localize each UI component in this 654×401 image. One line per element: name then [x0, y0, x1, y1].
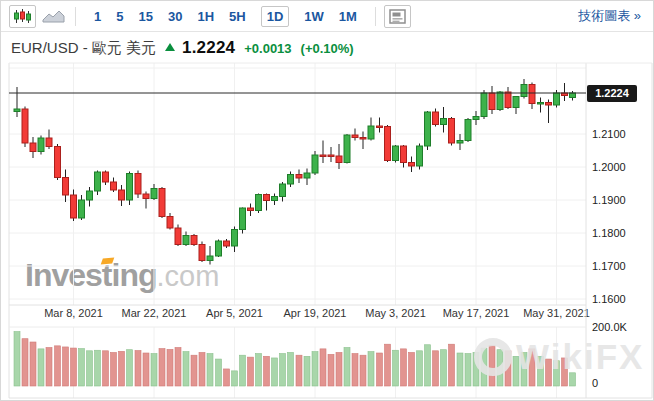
candle[interactable]: [183, 232, 189, 247]
candle[interactable]: [38, 136, 44, 155]
volume-bar[interactable]: [38, 349, 44, 386]
candle[interactable]: [103, 171, 109, 186]
volume-bar[interactable]: [489, 345, 495, 386]
candle[interactable]: [513, 96, 519, 114]
volume-bar[interactable]: [87, 351, 93, 386]
volume-bar[interactable]: [224, 369, 230, 386]
volume-bar[interactable]: [296, 355, 302, 386]
volume-bar[interactable]: [167, 349, 173, 386]
candle[interactable]: [328, 147, 334, 162]
volume-bar[interactable]: [513, 356, 519, 386]
interval-1M[interactable]: 1M: [339, 8, 357, 25]
technical-chart-link[interactable]: 技術圖表 »: [578, 7, 645, 25]
candle[interactable]: [409, 157, 415, 173]
candle[interactable]: [240, 208, 246, 234]
volume-bar[interactable]: [529, 349, 535, 386]
volume-bar[interactable]: [441, 350, 447, 386]
volume-bar[interactable]: [425, 345, 431, 386]
candle[interactable]: [505, 87, 511, 109]
volume-bar[interactable]: [95, 350, 101, 386]
candle[interactable]: [521, 79, 527, 99]
volume-bar[interactable]: [562, 358, 568, 386]
volume-bar[interactable]: [280, 354, 286, 386]
candle[interactable]: [529, 83, 535, 110]
candle[interactable]: [151, 184, 157, 200]
volume-bar[interactable]: [151, 354, 157, 386]
volume-bar[interactable]: [538, 356, 544, 386]
candle[interactable]: [538, 98, 544, 113]
candle[interactable]: [401, 145, 407, 168]
interval-5[interactable]: 5: [116, 8, 123, 25]
candle[interactable]: [216, 240, 222, 258]
candle[interactable]: [481, 90, 487, 119]
candle[interactable]: [199, 242, 205, 263]
interval-30[interactable]: 30: [168, 8, 182, 25]
volume-bar[interactable]: [368, 352, 374, 386]
volume-bar[interactable]: [288, 352, 294, 386]
candle[interactable]: [63, 170, 69, 203]
volume-bar[interactable]: [344, 348, 350, 387]
candle[interactable]: [248, 204, 254, 217]
volume-bar[interactable]: [71, 348, 77, 386]
candle[interactable]: [489, 86, 495, 114]
volume-bar[interactable]: [473, 352, 479, 386]
candle[interactable]: [280, 182, 286, 202]
volume-bar[interactable]: [554, 361, 560, 386]
candle[interactable]: [433, 109, 439, 127]
candle[interactable]: [127, 172, 133, 206]
candle[interactable]: [87, 187, 93, 207]
candle[interactable]: [30, 137, 36, 158]
candle[interactable]: [320, 141, 326, 164]
candle[interactable]: [79, 195, 85, 220]
candle[interactable]: [465, 118, 471, 142]
volume-bar[interactable]: [497, 350, 503, 386]
candle[interactable]: [562, 83, 568, 101]
candle[interactable]: [159, 187, 165, 218]
line-chart-button[interactable]: [40, 5, 67, 28]
candle[interactable]: [352, 129, 358, 141]
candle[interactable]: [457, 134, 463, 150]
volume-bar[interactable]: [199, 352, 205, 386]
candle[interactable]: [425, 111, 431, 150]
volume-bar[interactable]: [449, 344, 455, 386]
candle[interactable]: [393, 145, 399, 163]
volume-bar[interactable]: [207, 354, 213, 386]
volume-bar[interactable]: [232, 371, 238, 386]
candle[interactable]: [119, 185, 125, 206]
candle[interactable]: [46, 130, 52, 150]
volume-bar[interactable]: [22, 339, 28, 386]
candle[interactable]: [167, 213, 173, 230]
candle[interactable]: [135, 171, 141, 199]
candle[interactable]: [191, 234, 197, 246]
volume-bar[interactable]: [183, 352, 189, 386]
candle[interactable]: [497, 91, 503, 111]
volume-bar[interactable]: [505, 351, 511, 386]
candle[interactable]: [441, 107, 447, 133]
volume-bar[interactable]: [143, 353, 149, 386]
candle[interactable]: [304, 169, 310, 186]
candle[interactable]: [95, 171, 101, 196]
candle[interactable]: [570, 91, 576, 101]
candle[interactable]: [449, 117, 455, 146]
candle[interactable]: [22, 107, 28, 148]
volume-bar[interactable]: [272, 358, 278, 386]
volume-bar[interactable]: [385, 344, 391, 386]
volume-bar[interactable]: [360, 355, 366, 386]
volume-bar[interactable]: [63, 347, 69, 386]
interval-15[interactable]: 15: [138, 8, 152, 25]
volume-bar[interactable]: [111, 352, 117, 386]
volume-bar[interactable]: [216, 359, 222, 386]
candle[interactable]: [55, 144, 61, 180]
interval-1H[interactable]: 1H: [197, 8, 214, 25]
volume-bar[interactable]: [240, 355, 246, 386]
candle[interactable]: [417, 144, 423, 170]
candle[interactable]: [473, 111, 479, 125]
volume-bar[interactable]: [570, 373, 576, 386]
volume-bar[interactable]: [79, 349, 85, 386]
interval-1W[interactable]: 1W: [304, 8, 324, 25]
volume-bar[interactable]: [14, 332, 20, 386]
candle[interactable]: [175, 225, 181, 247]
volume-bar[interactable]: [417, 351, 423, 386]
volume-bar[interactable]: [264, 356, 270, 386]
candle[interactable]: [288, 172, 294, 188]
